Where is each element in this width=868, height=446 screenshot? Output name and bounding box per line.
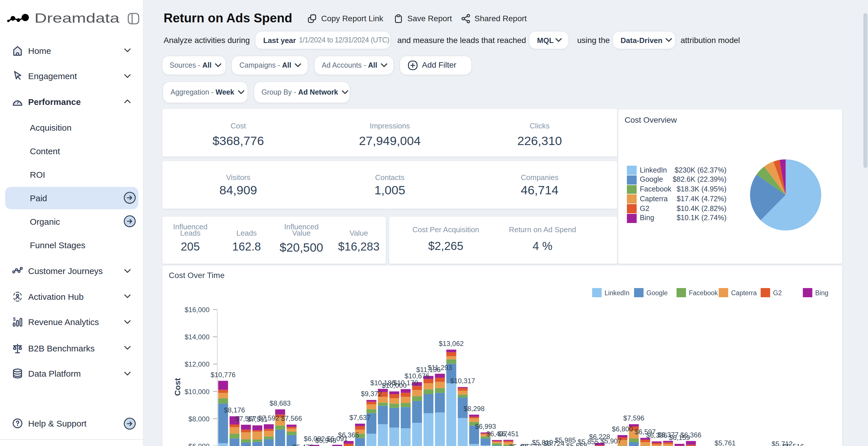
svg-text:$16,000: $16,000 (185, 306, 210, 313)
svg-text:$9,372: $9,372 (361, 389, 382, 397)
svg-text:Dreamdata: Dreamdata (34, 11, 120, 26)
svg-text:$7,566: $7,566 (281, 414, 302, 422)
svg-text:$10,000: $10,000 (185, 387, 210, 395)
svg-text:$10,170: $10,170 (393, 379, 418, 386)
svg-text:$14,000: $14,000 (185, 333, 210, 341)
svg-text:$5,516: $5,516 (783, 442, 804, 446)
svg-text:$: $ (13, 317, 16, 321)
svg-text:$7,637: $7,637 (350, 413, 371, 421)
svg-text:$11,293: $11,293 (428, 364, 452, 371)
svg-text:Google: Google (646, 289, 668, 296)
svg-text:$10,776: $10,776 (211, 371, 236, 378)
svg-text:Cost: Cost (173, 378, 182, 396)
svg-text:Facebook: Facebook (689, 289, 718, 296)
svg-text:Capterra: Capterra (731, 289, 757, 296)
svg-text:$13,062: $13,062 (439, 339, 464, 347)
svg-text:$6,451: $6,451 (498, 430, 519, 437)
svg-text:Bing: Bing (815, 289, 828, 296)
svg-text:$7,592: $7,592 (258, 414, 279, 422)
svg-text:$10,317: $10,317 (451, 377, 475, 384)
svg-text:$8,298: $8,298 (464, 405, 485, 412)
svg-text:$8,683: $8,683 (270, 399, 290, 407)
svg-text:$7,596: $7,596 (623, 414, 644, 422)
svg-text:$6,993: $6,993 (475, 422, 496, 430)
svg-text:$6,365: $6,365 (338, 431, 359, 439)
svg-text:G2: G2 (773, 289, 782, 296)
svg-text:$6,366: $6,366 (680, 431, 701, 439)
svg-text:$5,473: $5,473 (292, 443, 313, 446)
svg-text:LinkedIn: LinkedIn (604, 289, 629, 296)
svg-text:$6,800: $6,800 (612, 425, 633, 433)
svg-text:$8,176: $8,176 (224, 406, 245, 414)
svg-text:$6,000: $6,000 (189, 442, 210, 446)
svg-text:$5,907: $5,907 (600, 437, 621, 445)
svg-text:$12,000: $12,000 (185, 360, 210, 368)
svg-text:$8,000: $8,000 (189, 415, 210, 422)
svg-text:$5,761: $5,761 (715, 439, 736, 446)
